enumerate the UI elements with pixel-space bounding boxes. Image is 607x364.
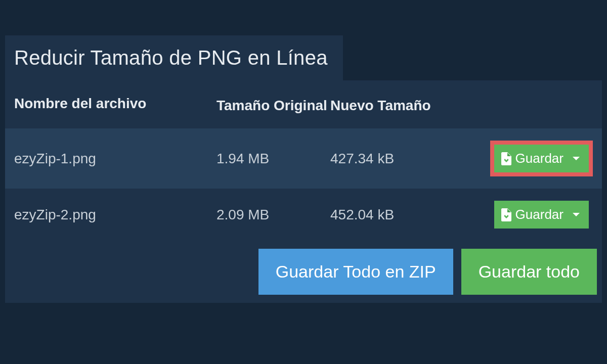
save-button-wrap: Guardar bbox=[494, 201, 593, 229]
save-all-button[interactable]: Guardar todo bbox=[461, 249, 597, 295]
cell-original: 1.94 MB bbox=[216, 149, 330, 168]
tab-bar: Reducir Tamaño de PNG en Línea bbox=[5, 35, 602, 80]
save-button[interactable]: Guardar bbox=[494, 201, 589, 229]
table-row: ezyZip-1.png 1.94 MB 427.34 kB Guardar bbox=[5, 128, 602, 189]
table-header: Nombre del archivo Tamaño Original Nuevo… bbox=[5, 80, 602, 128]
col-header-original: Tamaño Original bbox=[216, 96, 330, 115]
save-button-label: Guardar bbox=[515, 207, 563, 222]
page-title: Reducir Tamaño de PNG en Línea bbox=[14, 47, 328, 69]
col-header-new: Nuevo Tamaño bbox=[330, 96, 457, 115]
save-button-highlight: Guardar bbox=[490, 141, 593, 176]
cell-filename: ezyZip-1.png bbox=[14, 151, 216, 167]
save-button-label: Guardar bbox=[515, 151, 563, 166]
save-button[interactable]: Guardar bbox=[494, 145, 589, 172]
footer-actions: Guardar Todo en ZIP Guardar todo bbox=[5, 241, 602, 303]
col-header-filename: Nombre del archivo bbox=[14, 96, 216, 112]
cell-new: 452.04 kB bbox=[330, 205, 457, 224]
chevron-down-icon bbox=[573, 213, 580, 216]
cell-filename: ezyZip-2.png bbox=[14, 207, 216, 223]
table-row: ezyZip-2.png 2.09 MB 452.04 kB Guardar bbox=[5, 189, 602, 241]
cell-original: 2.09 MB bbox=[216, 205, 330, 224]
page-title-tab: Reducir Tamaño de PNG en Línea bbox=[5, 35, 343, 80]
results-panel: Nombre del archivo Tamaño Original Nuevo… bbox=[5, 80, 602, 241]
download-file-icon bbox=[501, 152, 511, 165]
save-all-zip-button[interactable]: Guardar Todo en ZIP bbox=[258, 249, 453, 295]
chevron-down-icon bbox=[573, 157, 580, 160]
download-file-icon bbox=[501, 208, 511, 221]
cell-new: 427.34 kB bbox=[330, 149, 457, 168]
